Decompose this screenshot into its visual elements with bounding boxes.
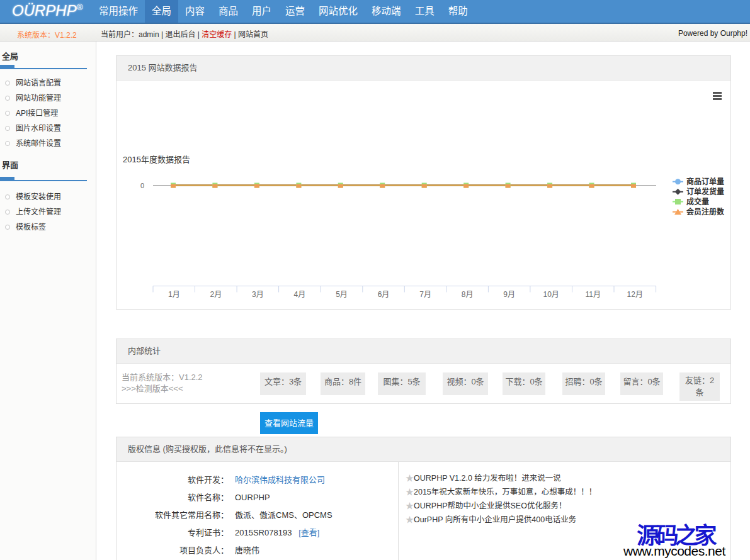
svg-text:9月: 9月 (503, 290, 515, 299)
svg-text:10月: 10月 (543, 290, 559, 299)
svg-text:7月: 7月 (419, 290, 431, 299)
svg-text:成交量: 成交量 (686, 197, 709, 206)
svg-text:会员注册数: 会员注册数 (686, 207, 725, 216)
svg-text:订单发货量: 订单发货量 (686, 187, 724, 196)
svg-text:商品订单量: 商品订单量 (686, 177, 724, 186)
svg-text:2015年度数据报告: 2015年度数据报告 (123, 155, 190, 164)
svg-text:1月: 1月 (168, 290, 180, 299)
svg-text:5月: 5月 (336, 290, 348, 299)
svg-text:11月: 11月 (586, 290, 601, 299)
svg-text:2月: 2月 (210, 290, 222, 299)
svg-text:6月: 6月 (378, 290, 390, 299)
svg-text:3月: 3月 (252, 290, 264, 299)
svg-text:8月: 8月 (462, 290, 474, 299)
svg-text:4月: 4月 (294, 290, 306, 299)
svg-text:0: 0 (140, 182, 144, 189)
svg-text:12月: 12月 (627, 290, 643, 299)
